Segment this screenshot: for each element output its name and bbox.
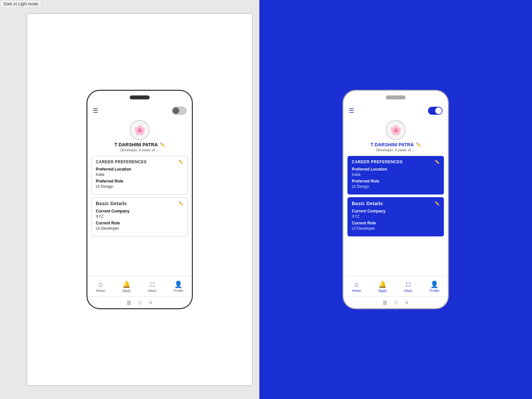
curr-role-label-light: Current Role <box>96 221 184 225</box>
basic-card-header-dark: Basic Details ✏️ <box>352 201 440 206</box>
basic-edit-icon-dark[interactable]: ✏️ <box>435 201 440 206</box>
career-card-dark: CAREER PREFERENCES ✏️ Preferred Location… <box>347 156 444 195</box>
nav-profile-label-light: Profile <box>174 289 183 293</box>
curr-role-value-light: UI Developer <box>96 226 184 231</box>
nav-apply-label-light: Apply <box>122 289 131 293</box>
nav-apply-label-dark: Apply <box>378 289 387 293</box>
phone-light: ☰ 🌸 T DARSHINI PATRA ✏️ Developer, 9 yea… <box>86 90 193 309</box>
inbox-icon-dark: □ <box>406 281 410 288</box>
toggle-dark[interactable] <box>428 107 443 115</box>
nav-inbox-light[interactable]: □ Inbox <box>148 281 156 293</box>
nav-home-light[interactable]: ⌂ Home <box>96 281 105 293</box>
basic-card-header-light: Basic Details ✏️ <box>96 201 184 206</box>
avatar-section-light: 🌸 T DARSHINI PATRA ✏️ Developer, 9 years… <box>87 117 192 154</box>
curr-company-value-dark: XYZ <box>352 214 440 219</box>
phone-bottom-light: ||| □ < <box>87 296 192 308</box>
phone-notch-light <box>130 95 150 99</box>
gesture-lines-light: ||| <box>127 300 131 305</box>
nav-apply-dark[interactable]: 🔔 Apply <box>378 280 387 293</box>
gesture-square-dark: □ <box>395 300 397 305</box>
gesture-back-dark: < <box>406 300 408 305</box>
user-subtitle-dark: Developer, 9 years of ... <box>376 148 415 152</box>
hamburger-icon-light[interactable]: ☰ <box>93 107 98 114</box>
curr-company-label-light: Current Company <box>96 209 184 213</box>
phone-header-dark: ☰ <box>343 104 448 117</box>
nav-home-label-dark: Home <box>352 289 361 293</box>
inbox-icon-light: □ <box>150 281 154 288</box>
nav-inbox-label-light: Inbox <box>148 289 156 293</box>
home-icon-light: ⌂ <box>98 281 102 288</box>
gesture-back-light: < <box>150 300 152 305</box>
career-edit-icon-dark[interactable]: ✏️ <box>435 160 440 164</box>
pref-role-value-light: UI Design <box>96 184 184 189</box>
gesture-lines-dark: ||| <box>383 300 387 305</box>
pref-role-label-light: Preferred Role <box>96 179 184 184</box>
curr-role-label-dark: Current Role <box>352 221 440 225</box>
gesture-square-light: □ <box>139 300 141 305</box>
edit-name-icon-dark[interactable]: ✏️ <box>416 142 421 147</box>
phone-header-light: ☰ <box>87 104 192 117</box>
curr-role-value-dark: UI Developer <box>352 226 440 231</box>
bottom-nav-dark: ⌂ Home 🔔 Apply □ Inbox 👤 Profile <box>343 276 448 296</box>
pref-location-label-dark: Preferred Location <box>352 167 440 172</box>
pref-location-label-light: Preferred Location <box>96 167 184 172</box>
bottom-nav-light: ⌂ Home 🔔 Apply □ Inbox 👤 Profile <box>87 276 192 296</box>
pref-role-value-dark: UI Design <box>352 184 440 189</box>
curr-company-value-light: XYZ <box>96 214 184 219</box>
avatar-section-dark: 🌸 T DARSHINI PATRA ✏️ Developer, 9 years… <box>343 117 448 154</box>
nav-profile-label-dark: Profile <box>430 289 439 293</box>
user-name-dark: T DARSHINI PATRA ✏️ <box>370 142 421 147</box>
phone-body-dark: CAREER PREFERENCES ✏️ Preferred Location… <box>343 154 448 276</box>
career-card-title-dark: CAREER PREFERENCES <box>352 160 403 164</box>
apply-icon-light: 🔔 <box>122 280 131 288</box>
curr-company-label-dark: Current Company <box>352 209 440 213</box>
nav-profile-light[interactable]: 👤 Profile <box>174 280 183 293</box>
phone-top-dark <box>343 91 448 104</box>
phone-content-dark: ☰ 🌸 T DARSHINI PATRA ✏️ Developer, 9 yea… <box>343 104 448 296</box>
career-card-header-dark: CAREER PREFERENCES ✏️ <box>352 160 440 164</box>
main-container: ☰ 🌸 T DARSHINI PATRA ✏️ Developer, 9 yea… <box>0 0 532 399</box>
pref-location-value-light: India <box>96 172 184 177</box>
top-bar: Dark vs Light mode <box>0 0 42 8</box>
top-bar-label: Dark vs Light mode <box>4 2 38 6</box>
profile-icon-light: 👤 <box>174 280 183 288</box>
nav-inbox-dark[interactable]: □ Inbox <box>404 281 412 293</box>
basic-card-dark: Basic Details ✏️ Current Company XYZ Cur… <box>347 197 444 236</box>
career-edit-icon-light[interactable]: ✏️ <box>179 160 184 164</box>
nav-home-dark[interactable]: ⌂ Home <box>352 281 361 293</box>
left-panel-light: ☰ 🌸 T DARSHINI PATRA ✏️ Developer, 9 yea… <box>27 13 253 386</box>
career-card-header-light: CAREER PREFERENCES ✏️ <box>96 160 184 164</box>
career-card-light: CAREER PREFERENCES ✏️ Preferred Location… <box>91 156 188 195</box>
home-icon-dark: ⌂ <box>354 281 358 288</box>
phone-notch-dark <box>386 95 406 99</box>
avatar-dark: 🌸 <box>386 120 406 140</box>
avatar-flower-dark: 🌸 <box>390 125 402 136</box>
basic-edit-icon-light[interactable]: ✏️ <box>179 201 184 206</box>
apply-icon-dark: 🔔 <box>378 280 387 288</box>
profile-icon-dark: 👤 <box>430 280 439 288</box>
phone-bottom-dark: ||| □ < <box>343 296 448 308</box>
pref-location-value-dark: India <box>352 172 440 177</box>
career-card-title-light: CAREER PREFERENCES <box>96 160 147 164</box>
hamburger-icon-dark[interactable]: ☰ <box>349 107 354 114</box>
pref-role-label-dark: Preferred Role <box>352 179 440 184</box>
nav-inbox-label-dark: Inbox <box>404 289 412 293</box>
user-name-light: T DARSHINI PATRA ✏️ <box>114 142 165 147</box>
edit-name-icon-light[interactable]: ✏️ <box>160 142 165 147</box>
basic-card-title-light: Basic Details <box>96 201 127 206</box>
nav-profile-dark[interactable]: 👤 Profile <box>430 280 439 293</box>
avatar-flower-light: 🌸 <box>134 125 146 136</box>
nav-apply-light[interactable]: 🔔 Apply <box>122 280 131 293</box>
basic-card-title-dark: Basic Details <box>352 201 383 206</box>
phone-body-light: CAREER PREFERENCES ✏️ Preferred Location… <box>87 154 192 276</box>
nav-home-label-light: Home <box>96 289 105 293</box>
basic-card-light: Basic Details ✏️ Current Company XYZ Cur… <box>91 197 188 236</box>
toggle-light[interactable] <box>172 107 187 115</box>
phone-dark: ☰ 🌸 T DARSHINI PATRA ✏️ Developer, 9 yea… <box>342 90 449 309</box>
phone-top-light <box>87 91 192 104</box>
right-panel-dark: ☰ 🌸 T DARSHINI PATRA ✏️ Developer, 9 yea… <box>259 0 532 399</box>
phone-content-light: ☰ 🌸 T DARSHINI PATRA ✏️ Developer, 9 yea… <box>87 104 192 296</box>
user-subtitle-light: Developer, 9 years of ... <box>120 148 159 152</box>
avatar-light: 🌸 <box>130 120 150 140</box>
